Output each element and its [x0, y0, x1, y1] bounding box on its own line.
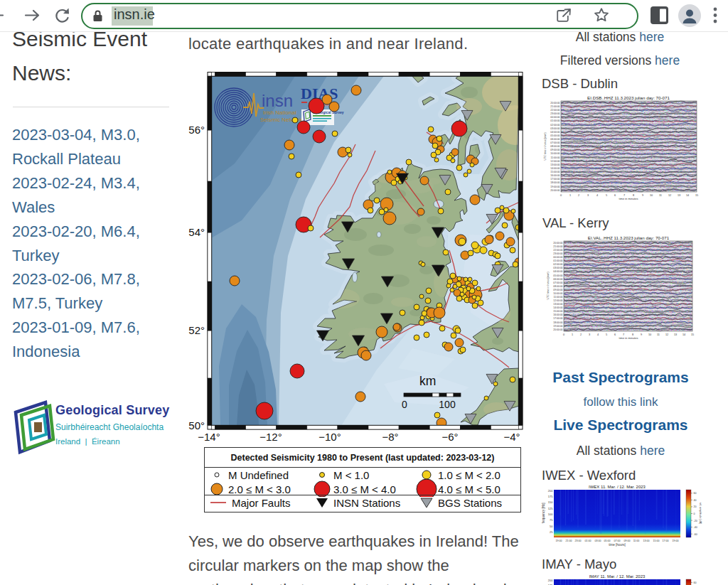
svg-text:03:00:00: 03:00:00 [553, 267, 562, 269]
svg-text:15: 15 [695, 194, 698, 197]
svg-text:150: 150 [548, 500, 553, 504]
svg-text:22:00:00: 22:00:00 [553, 249, 562, 252]
svg-text:01:00: 01:00 [585, 540, 592, 542]
svg-text:01:00:00: 01:00:00 [553, 259, 562, 262]
svg-text:6: 6 [614, 333, 616, 336]
svg-text:22:00:00: 22:00:00 [550, 109, 560, 112]
svg-text:21:00:00: 21:00:00 [553, 245, 562, 248]
svg-text:05:00:00: 05:00:00 [553, 274, 562, 277]
svg-text:EI.VAL..HHZ 11.3.2023 juli: EI.VAL..HHZ 11.3.2023 julian day: 70-071 [588, 235, 670, 240]
svg-text:18:00:00: 18:00:00 [550, 181, 560, 184]
svg-text:200: 200 [548, 489, 553, 493]
svg-text:12:00:00: 12:00:00 [550, 160, 560, 163]
svg-text:14: 14 [682, 333, 685, 336]
svg-text:05:00: 05:00 [604, 540, 611, 542]
svg-text:3: 3 [589, 333, 590, 336]
svg-text:20: 20 [694, 505, 697, 508]
svg-text:2: 2 [580, 333, 582, 336]
svg-text:EI.DSB..HHZ 11.3.2023 juli: EI.DSB..HHZ 11.3.2023 julian day: 70-071 [587, 95, 670, 100]
svg-text:07:00:00: 07:00:00 [553, 281, 562, 284]
svg-text:UTC time in h:m:s (start): UTC time in h:m:s (start) [547, 272, 550, 299]
svg-text:100: 100 [548, 512, 553, 516]
svg-text:0: 0 [560, 194, 562, 197]
svg-text:−14°: −14° [198, 431, 220, 443]
svg-text:06:00:00: 06:00:00 [553, 278, 562, 281]
svg-text:60: 60 [694, 492, 697, 495]
svg-text:11:00: 11:00 [633, 540, 640, 542]
svg-text:0: 0 [563, 333, 564, 336]
svg-text:04:00:00: 04:00:00 [553, 270, 562, 273]
svg-text:1: 1 [569, 194, 571, 197]
svg-text:15:00:00: 15:00:00 [553, 310, 562, 313]
svg-text:7: 7 [623, 333, 624, 336]
svg-text:20:00:00: 20:00:00 [553, 328, 562, 331]
svg-text:19:00: 19:00 [673, 540, 679, 542]
svg-text:60: 60 [694, 581, 697, 584]
svg-text:1: 1 [572, 333, 573, 336]
svg-text:13: 13 [674, 333, 677, 336]
svg-text:03:00:00: 03:00:00 [550, 127, 560, 130]
svg-text:frequency [Hz]: frequency [Hz] [542, 503, 545, 523]
svg-text:14:00:00: 14:00:00 [550, 167, 560, 170]
svg-text:-40: -40 [694, 526, 697, 529]
svg-text:-60: -60 [694, 533, 697, 536]
svg-text:13:00:00: 13:00:00 [553, 303, 562, 306]
svg-text:52°: 52° [188, 324, 205, 336]
svg-text:01:00:00: 01:00:00 [550, 119, 560, 122]
svg-text:5: 5 [606, 333, 607, 336]
svg-text:10:00:00: 10:00:00 [553, 292, 562, 295]
svg-text:175: 175 [548, 495, 553, 498]
svg-text:7: 7 [623, 194, 625, 197]
svg-text:17:00:00: 17:00:00 [553, 317, 562, 320]
svg-text:17:00: 17:00 [663, 540, 669, 542]
svg-text:08:00:00: 08:00:00 [550, 145, 560, 148]
svg-text:20:00:00: 20:00:00 [550, 189, 560, 192]
svg-text:−12°: −12° [259, 431, 282, 443]
svg-text:07:00:00: 07:00:00 [550, 141, 560, 144]
svg-text:14:00:00: 14:00:00 [553, 306, 562, 309]
svg-text:time in minutes: time in minutes [619, 336, 638, 340]
svg-text:Ireland | Éireann: Ireland | Éireann [55, 437, 120, 446]
svg-text:02:00:00: 02:00:00 [553, 263, 562, 266]
svg-text:25: 25 [550, 530, 553, 534]
svg-text:9: 9 [641, 333, 642, 336]
svg-text:Geological Survey: Geological Survey [55, 403, 169, 417]
svg-text:09:00:00: 09:00:00 [553, 289, 562, 291]
svg-text:10: 10 [650, 194, 653, 197]
svg-text:km: km [419, 374, 436, 388]
svg-text:11: 11 [657, 333, 660, 336]
svg-text:23:00:00: 23:00:00 [553, 252, 562, 255]
svg-text:14: 14 [686, 194, 689, 197]
svg-text:-20: -20 [694, 520, 697, 522]
svg-text:0: 0 [402, 399, 407, 410]
svg-text:19:00:00: 19:00:00 [553, 325, 562, 328]
svg-text:15:00:00: 15:00:00 [550, 171, 560, 173]
svg-text:19:00: 19:00 [556, 540, 562, 542]
svg-text:11:00:00: 11:00:00 [554, 296, 563, 299]
svg-text:12:00:00: 12:00:00 [553, 299, 562, 302]
svg-text:13: 13 [678, 194, 680, 197]
svg-text:75: 75 [550, 518, 553, 522]
svg-text:50: 50 [550, 525, 553, 528]
svg-text:15: 15 [691, 333, 694, 336]
svg-text:56°: 56° [188, 124, 205, 136]
svg-text:Suirbhéireacht Gheolaíochta: Suirbhéireacht Gheolaíochta [55, 422, 164, 432]
svg-text:time in minutes: time in minutes [619, 197, 638, 200]
svg-text:0: 0 [694, 512, 695, 515]
svg-text:12: 12 [665, 333, 668, 336]
svg-text:05:00:00: 05:00:00 [550, 134, 560, 137]
svg-text:16:00:00: 16:00:00 [550, 174, 560, 177]
svg-text:11: 11 [659, 194, 662, 197]
svg-text:50°: 50° [188, 419, 205, 431]
svg-text:09:00:00: 09:00:00 [550, 149, 560, 151]
svg-text:rel. amplitude [dB]: rel. amplitude [dB] [699, 503, 702, 525]
svg-text:3: 3 [587, 194, 589, 197]
svg-text:insn: insn [262, 91, 293, 110]
svg-text:00:00:00: 00:00:00 [553, 256, 562, 259]
svg-text:11:00:00: 11:00:00 [551, 156, 560, 159]
svg-text:40: 40 [694, 499, 697, 502]
svg-text:8: 8 [632, 333, 633, 336]
svg-text:17:00:00: 17:00:00 [550, 178, 560, 181]
svg-text:−4°: −4° [503, 431, 520, 443]
svg-text:20:00:00: 20:00:00 [550, 102, 560, 104]
